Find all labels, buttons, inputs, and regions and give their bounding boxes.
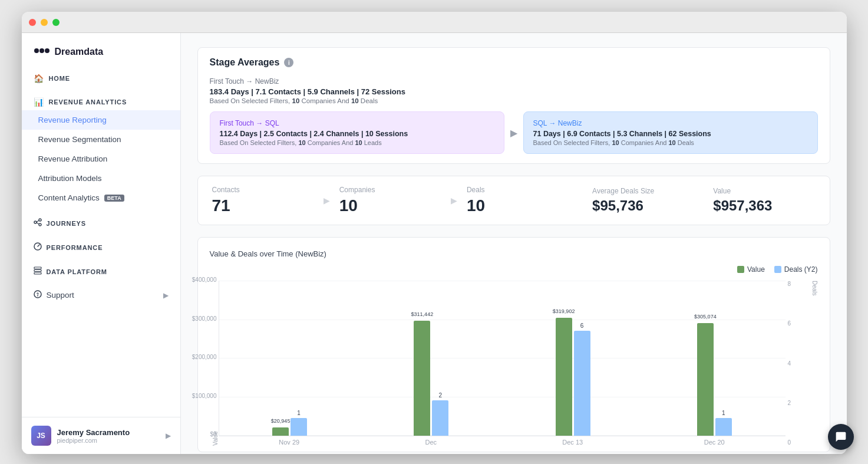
- stage-card-sql: First Touch → SQL 112.4 Days | 2.5 Conta…: [210, 111, 504, 154]
- stage-card-sql-note: Based On Selected Filters, 10 Companies …: [220, 139, 494, 146]
- logo-icon: [34, 45, 50, 58]
- svg-point-0: [34, 48, 39, 53]
- y-axis-label: Value: [210, 281, 219, 446]
- beta-badge: Beta: [104, 195, 124, 202]
- revenue-icon: 📊: [34, 97, 44, 107]
- stage-top-row: First Touch → NewBiz 183.4 Days | 7.1 Co…: [210, 77, 818, 104]
- svg-rect-11: [34, 272, 41, 274]
- chat-bubble[interactable]: [828, 424, 854, 450]
- stage-card-newbiz-stats: 71 Days | 6.9 Contacts | 5.3 Channels | …: [533, 130, 808, 138]
- svg-point-2: [45, 48, 49, 53]
- support-arrow-icon: ▶: [163, 291, 169, 300]
- contacts-arrow-icon: ▶: [314, 196, 339, 205]
- sidebar-data-platform-header[interactable]: DATA PLATFORM: [22, 261, 180, 280]
- bar-dec-value-label: $311,442: [411, 311, 434, 317]
- metric-contacts-value: 71: [212, 196, 314, 215]
- sidebar-item-revenue-attribution[interactable]: Revenue Attribution: [22, 149, 180, 169]
- sidebar-item-revenue-reporting[interactable]: Revenue Reporting: [22, 110, 180, 130]
- right-y-axis-container: 8 6 4 2 0 Deals: [786, 281, 818, 446]
- bar-group-dec: $311,442 2: [361, 321, 502, 436]
- close-button[interactable]: [29, 19, 36, 26]
- bar-nov29-value: [272, 427, 289, 436]
- stage-card-newbiz: SQL → NewBiz 71 Days | 6.9 Contacts | 5.…: [523, 111, 818, 154]
- stage-averages-section: Stage Averages i First Touch → NewBiz 18…: [197, 47, 830, 164]
- legend-value-color: [737, 266, 744, 273]
- svg-rect-10: [34, 270, 41, 272]
- legend-deals-color: [774, 266, 781, 273]
- x-axis: Nov 29 Dec Dec 13 Dec 20: [219, 439, 786, 446]
- bar-dec20-value: [697, 323, 714, 436]
- right-y-tick-6: 6: [788, 320, 791, 327]
- sidebar-section-data-platform: DATA PLATFORM: [22, 261, 180, 285]
- svg-line-7: [37, 223, 39, 225]
- chart-legend: Value Deals (Y2): [210, 265, 818, 274]
- app-body: Dreamdata 🏠 HOME 📊 REVENUE ANALYTICS Rev…: [22, 33, 847, 454]
- metric-avg-label: Average Deals Size: [592, 187, 694, 195]
- bar-dec-deals: [432, 400, 448, 436]
- journeys-icon: [34, 218, 42, 228]
- chart-area: Value $400,000 $300,000: [210, 281, 818, 446]
- logo-text: Dreamdata: [55, 47, 104, 57]
- stage-card-newbiz-note: Based On Selected Filters, 10 Companies …: [533, 139, 808, 146]
- stage-averages-title: Stage Averages i: [210, 57, 818, 68]
- sidebar-item-content-analytics[interactable]: Content Analytics Beta: [22, 188, 180, 208]
- data-platform-icon: [34, 266, 42, 277]
- legend-value: Value: [737, 265, 765, 274]
- svg-point-5: [39, 223, 41, 226]
- info-icon[interactable]: i: [284, 58, 293, 67]
- grid-line-400k: $400,000: [219, 281, 786, 281]
- metric-companies-label: Companies: [339, 186, 441, 194]
- right-y-label: Deals: [809, 281, 818, 446]
- right-y-tick-0: 0: [788, 439, 791, 446]
- user-info: Jeremy Sacramento piedpiper.com: [57, 428, 160, 444]
- svg-point-4: [39, 219, 41, 221]
- bar-dec-deals-label: 2: [439, 392, 443, 399]
- maximize-button[interactable]: [52, 19, 60, 26]
- svg-point-3: [34, 221, 37, 223]
- right-y-tick-4: 4: [788, 360, 791, 367]
- metrics-row: Contacts 71 ▶ Companies 10 ▶ Deals 10 Av…: [197, 176, 830, 225]
- sidebar-home-header[interactable]: 🏠 HOME: [22, 68, 180, 87]
- performance-icon: [34, 242, 42, 252]
- x-tick-nov29: Nov 29: [219, 439, 361, 446]
- support-icon: [34, 290, 42, 300]
- metric-deals: Deals 10: [467, 186, 569, 215]
- svg-rect-9: [34, 267, 41, 269]
- companies-arrow-icon: ▶: [441, 196, 467, 205]
- metric-value-value: $957,363: [713, 198, 815, 214]
- stage-top-label: First Touch → NewBiz: [210, 77, 818, 85]
- sidebar-item-attribution-models[interactable]: Attribution Models: [22, 169, 180, 188]
- metric-avg-deal-size: Average Deals Size $95,736: [592, 187, 694, 214]
- user-profile[interactable]: JS Jeremy Sacramento piedpiper.com ▶: [22, 417, 180, 454]
- metric-deals-label: Deals: [467, 186, 569, 194]
- sidebar-item-support[interactable]: Support ▶: [22, 285, 180, 305]
- x-tick-dec20: Dec 20: [643, 439, 786, 446]
- chart-container: Value & Deals over Time (NewBiz) Value D…: [197, 237, 830, 452]
- bar-nov29-deals-label: 1: [297, 410, 301, 416]
- metric-avg-value: $95,736: [592, 198, 694, 214]
- bar-dec20-value-label: $305,074: [694, 314, 717, 320]
- bar-group-dec20: $305,074 1: [643, 323, 785, 436]
- minimize-button[interactable]: [41, 19, 48, 26]
- bar-dec-value: [414, 321, 430, 436]
- bar-dec20-deals: [715, 418, 732, 436]
- bar-dec13-value: [556, 318, 572, 436]
- sidebar: Dreamdata 🏠 HOME 📊 REVENUE ANALYTICS Rev…: [22, 33, 181, 454]
- home-icon: 🏠: [34, 74, 44, 83]
- avatar: JS: [31, 426, 51, 446]
- bar-group-dec13: $319,902 6: [502, 318, 643, 436]
- app-window: Dreamdata 🏠 HOME 📊 REVENUE ANALYTICS Rev…: [22, 12, 847, 454]
- right-y-tick-2: 2: [788, 400, 791, 406]
- bar-nov29-value-label: $20,945: [271, 418, 291, 424]
- bar-nov29-deals: [291, 418, 307, 436]
- sidebar-journeys-header[interactable]: JOURNEYS: [22, 212, 180, 232]
- chart-inner: $400,000 $300,000 $200,000 $100,000: [219, 281, 786, 446]
- sidebar-performance-header[interactable]: PERFORMANCE: [22, 236, 180, 256]
- sidebar-item-revenue-segmentation[interactable]: Revenue Segmentation: [22, 130, 180, 149]
- sidebar-revenue-header[interactable]: 📊 REVENUE ANALYTICS: [22, 91, 180, 110]
- bar-dec13-deals: [574, 331, 590, 436]
- main-content: Stage Averages i First Touch → NewBiz 18…: [181, 33, 847, 454]
- stage-top-stats: 183.4 Days | 7.1 Contacts | 5.9 Channels…: [210, 87, 818, 96]
- metric-contacts: Contacts 71: [212, 186, 314, 215]
- metric-deals-value: 10: [467, 196, 569, 215]
